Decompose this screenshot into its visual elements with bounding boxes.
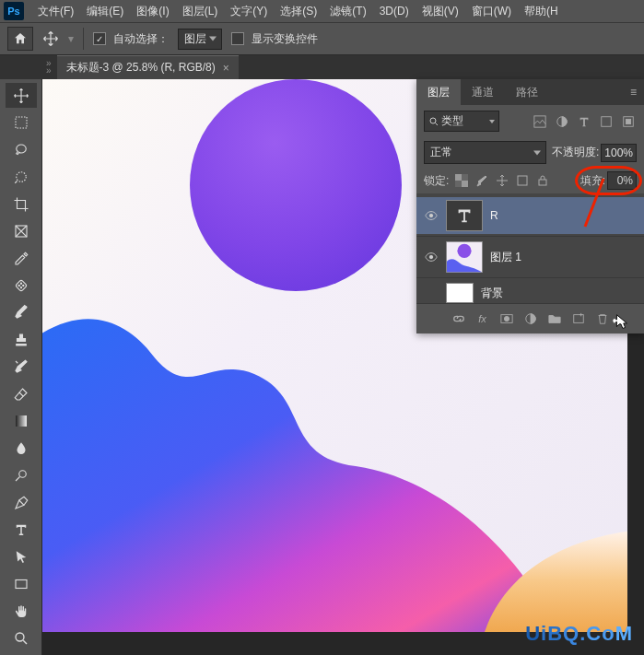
menu-filter[interactable]: 滤镜(T)	[323, 0, 372, 22]
hand-tool[interactable]	[6, 599, 37, 624]
show-transform-checkbox[interactable]	[231, 32, 244, 45]
panel-menu-icon[interactable]: ≡	[623, 79, 644, 105]
menu-edit[interactable]: 编辑(E)	[80, 0, 130, 22]
blur-tool[interactable]	[6, 436, 37, 461]
layer-name[interactable]: 图层 1	[490, 250, 521, 265]
adjustment-layer-icon[interactable]	[521, 310, 540, 328]
svg-point-29	[504, 316, 509, 321]
menu-view[interactable]: 视图(V)	[416, 0, 465, 22]
visibility-toggle-icon[interactable]	[424, 208, 439, 223]
gradient-tool[interactable]	[6, 409, 37, 434]
svg-rect-18	[626, 119, 630, 123]
svg-rect-0	[16, 117, 27, 128]
layer-thumb	[446, 283, 474, 303]
new-layer-icon[interactable]	[569, 310, 588, 328]
svg-point-11	[16, 633, 24, 641]
tab-layers[interactable]: 图层	[416, 79, 461, 105]
eyedropper-tool[interactable]	[6, 246, 37, 271]
filter-adjust-icon[interactable]	[554, 113, 570, 130]
layer-group-icon[interactable]	[545, 310, 564, 328]
lock-all-icon[interactable]	[535, 173, 550, 188]
menu-type[interactable]: 文字(Y)	[224, 0, 274, 22]
lock-pixels-icon[interactable]	[474, 173, 489, 188]
lock-transparent-icon[interactable]	[454, 173, 469, 188]
lasso-tool[interactable]	[6, 137, 37, 162]
svg-rect-22	[518, 176, 527, 185]
tab-paths[interactable]: 路径	[505, 79, 549, 105]
close-tab-icon[interactable]: ×	[223, 62, 229, 75]
move-tool-icon	[42, 31, 59, 46]
filter-shape-icon[interactable]	[598, 113, 615, 130]
delete-layer-icon[interactable]	[593, 310, 612, 328]
rectangle-tool[interactable]	[6, 571, 37, 596]
svg-point-12	[190, 79, 402, 291]
document-tab-bar: »» 未标题-3 @ 25.8% (R, RGB/8) ×	[0, 55, 644, 79]
svg-rect-8	[16, 415, 27, 427]
blend-mode-dropdown[interactable]: 正常	[424, 141, 546, 164]
svg-point-27	[457, 244, 471, 258]
visibility-toggle-icon[interactable]	[424, 250, 439, 264]
filter-pixel-icon[interactable]	[532, 113, 548, 130]
frame-tool[interactable]	[6, 218, 37, 243]
tab-channels[interactable]: 通道	[461, 79, 505, 105]
lock-position-icon[interactable]	[495, 173, 509, 188]
brush-tool[interactable]	[6, 300, 37, 325]
layer-fx-icon[interactable]: fx	[474, 310, 492, 328]
watermark: UiBQ.CoM	[525, 622, 633, 646]
pen-tool[interactable]	[6, 490, 37, 515]
lock-artboard-icon[interactable]	[515, 173, 530, 188]
svg-point-25	[429, 255, 433, 259]
stamp-tool[interactable]	[6, 327, 37, 352]
document-tab[interactable]: 未标题-3 @ 25.8% (R, RGB/8) ×	[57, 55, 239, 79]
menu-help[interactable]: 帮助(H	[518, 0, 565, 22]
svg-point-13	[430, 118, 436, 123]
layer-row[interactable]: 图层 1	[416, 239, 644, 275]
menu-select[interactable]: 选择(S)	[274, 0, 323, 22]
layer-filter-dropdown[interactable]: 类型	[424, 111, 499, 132]
opacity-value[interactable]: 100%	[601, 144, 637, 162]
crop-tool[interactable]	[6, 192, 37, 216]
eraser-tool[interactable]	[6, 381, 37, 406]
layer-thumb-text	[446, 200, 483, 231]
dodge-tool[interactable]	[6, 463, 37, 488]
layer-mask-icon[interactable]	[498, 310, 516, 328]
svg-rect-3	[15, 280, 27, 292]
layers-panel: 图层 通道 路径 ≡ 类型 正常 不透明度: 100% 锁定:	[416, 79, 644, 333]
type-tool[interactable]	[6, 518, 37, 543]
menu-layer[interactable]: 图层(L)	[176, 0, 225, 22]
link-layers-icon[interactable]	[450, 310, 468, 328]
lock-label: 锁定:	[424, 173, 449, 189]
auto-select-label: 自动选择：	[113, 31, 169, 47]
quick-select-tool[interactable]	[6, 164, 37, 189]
auto-select-target-dropdown[interactable]: 图层	[178, 29, 222, 50]
layer-filter-label: 类型	[441, 113, 463, 129]
marquee-tool[interactable]	[6, 110, 37, 135]
svg-point-9	[18, 471, 26, 478]
fill-value[interactable]: 0%	[607, 171, 637, 190]
svg-point-6	[22, 285, 23, 286]
home-button[interactable]	[7, 27, 33, 51]
tab-scroll-icon[interactable]: »»	[46, 60, 52, 75]
layer-name[interactable]: R	[490, 209, 498, 222]
document-title: 未标题-3 @ 25.8% (R, RGB/8)	[66, 60, 216, 76]
menu-window[interactable]: 窗口(W)	[465, 0, 518, 22]
svg-rect-21	[462, 181, 468, 187]
healing-tool[interactable]	[6, 273, 37, 298]
move-tool[interactable]	[6, 83, 37, 108]
show-transform-label: 显示变换控件	[252, 31, 318, 47]
zoom-tool[interactable]	[6, 626, 37, 650]
filter-smart-icon[interactable]	[620, 113, 637, 130]
menu-image[interactable]: 图像(I)	[130, 0, 175, 22]
layer-row[interactable]: R	[416, 197, 644, 234]
opacity-label: 不透明度:	[552, 145, 599, 160]
filter-type-icon[interactable]	[576, 113, 592, 130]
svg-point-4	[18, 285, 19, 286]
auto-select-checkbox[interactable]	[93, 32, 106, 45]
history-brush-tool[interactable]	[6, 355, 37, 380]
menu-file[interactable]: 文件(F)	[31, 0, 80, 22]
path-select-tool[interactable]	[6, 544, 37, 569]
menu-3d[interactable]: 3D(D)	[373, 0, 416, 22]
tools-panel	[0, 79, 42, 655]
layer-name[interactable]: 背景	[481, 286, 503, 301]
layer-row[interactable]: 背景	[416, 280, 644, 303]
